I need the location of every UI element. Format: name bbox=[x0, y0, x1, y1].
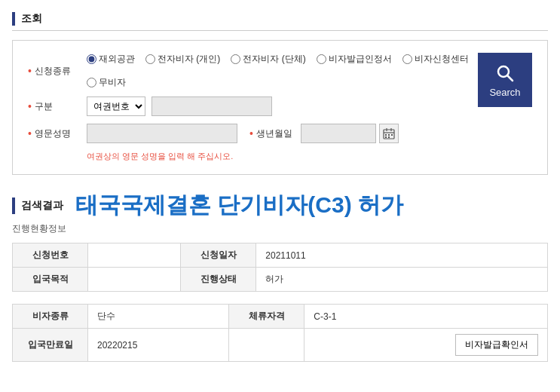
table-cell-app-num-val bbox=[88, 243, 181, 268]
svg-rect-4 bbox=[385, 134, 387, 136]
table-cell-progress-val: 허가 bbox=[256, 268, 548, 292]
table-row: 입국만료일 20220215 비자발급확인서 bbox=[13, 329, 548, 362]
hint-text: 여권상의 영문 성명을 입력 해 주십시오. bbox=[87, 151, 470, 162]
search-button-label: Search bbox=[489, 87, 520, 98]
radio-ep-input[interactable] bbox=[145, 54, 155, 64]
radio-eg-label: 전자비자 (단체) bbox=[243, 53, 305, 66]
results-section-title: 검색결과 bbox=[21, 199, 63, 213]
application-type-row: • 신청종류 재외공관 전자비자 (개인) bbox=[28, 53, 470, 89]
birthdate-input[interactable] bbox=[301, 124, 376, 143]
search-section-header: 조회 bbox=[12, 12, 548, 31]
name-label-text: 영문성명 bbox=[35, 127, 71, 140]
results-table-1: 신청번호 신청일자 20211011 입국목적 진행상태 허가 bbox=[12, 243, 548, 292]
radio-nv-label: 무비자 bbox=[99, 76, 126, 89]
required-dot-2: • bbox=[28, 101, 32, 112]
results-section: 검색결과 태국국제결혼 단기비자(C3) 허가 진행현황정보 신청번호 신청일자… bbox=[12, 190, 548, 362]
results-header: 검색결과 태국국제결혼 단기비자(C3) 허가 bbox=[12, 190, 548, 221]
radio-overseas-label: 재외공관 bbox=[99, 53, 135, 66]
table-header-entry-purpose: 입국목적 bbox=[13, 268, 88, 292]
table-cell-stay-qual-val: C-3-1 bbox=[304, 305, 548, 329]
visa-confirm-button[interactable]: 비자발급확인서 bbox=[455, 334, 538, 356]
table-header-entry-expire: 입국만료일 bbox=[13, 329, 88, 362]
birthdate-wrapper bbox=[301, 124, 399, 143]
name-input[interactable] bbox=[87, 124, 237, 143]
table-header-stay-qual: 체류자격 bbox=[229, 305, 304, 329]
results-big-title: 태국국제결혼 단기비자(C3) 허가 bbox=[75, 190, 403, 221]
radio-vc-input[interactable] bbox=[402, 54, 412, 64]
search-button[interactable]: Search bbox=[478, 53, 532, 107]
radio-nv-input[interactable] bbox=[87, 78, 96, 87]
radio-eg-input[interactable] bbox=[231, 54, 240, 64]
calendar-icon[interactable] bbox=[379, 124, 399, 143]
radio-overseas-input[interactable] bbox=[87, 54, 96, 64]
radio-vc-label: 비자신청센터 bbox=[415, 53, 469, 66]
radio-vi-input[interactable] bbox=[317, 54, 326, 64]
division-label: • 구분 bbox=[28, 100, 81, 113]
table-row: 비자종류 단수 체류자격 C-3-1 bbox=[13, 305, 548, 329]
results-table-2: 비자종류 단수 체류자격 C-3-1 입국만료일 20220215 비자발급확인… bbox=[12, 304, 548, 362]
table-row: 입국목적 진행상태 허가 bbox=[13, 268, 548, 292]
required-dot-3: • bbox=[28, 128, 32, 139]
form-rows-left: • 신청종류 재외공관 전자비자 (개인) bbox=[28, 53, 470, 162]
radio-electronic-group[interactable]: 전자비자 (단체) bbox=[231, 53, 305, 66]
radio-ep-label: 전자비자 (개인) bbox=[158, 53, 220, 66]
table-cell-visa-confirm: 비자발급확인서 bbox=[304, 329, 548, 362]
table-cell-entry-purpose-val bbox=[88, 268, 181, 292]
application-type-text: 신청종류 bbox=[35, 65, 71, 78]
required-dot-4: • bbox=[249, 128, 253, 139]
table-cell-entry-expire-val: 20220215 bbox=[88, 329, 229, 362]
svg-rect-8 bbox=[388, 136, 390, 138]
division-row: • 구분 여권번호 bbox=[28, 96, 470, 116]
table-cell-visa-type-val: 단수 bbox=[88, 305, 229, 329]
table-header-app-num: 신청번호 bbox=[13, 243, 88, 268]
svg-rect-5 bbox=[388, 134, 390, 136]
table-header-progress: 진행상태 bbox=[181, 268, 256, 292]
radio-no-visa[interactable]: 무비자 bbox=[87, 76, 126, 89]
birthdate-label: • 생년월일 bbox=[249, 127, 295, 140]
search-form: • 신청종류 재외공관 전자비자 (개인) bbox=[12, 40, 548, 175]
svg-rect-6 bbox=[391, 134, 393, 136]
table-header-app-date: 신청일자 bbox=[181, 243, 256, 268]
radio-electronic-personal[interactable]: 전자비자 (개인) bbox=[145, 53, 220, 66]
radio-overseas[interactable]: 재외공관 bbox=[87, 53, 135, 66]
results-sub-title: 진행현황정보 bbox=[12, 222, 548, 235]
application-type-label: • 신청종류 bbox=[28, 65, 81, 78]
application-type-radio-group: 재외공관 전자비자 (개인) 전자비자 (단체) 비자발급인정서 bbox=[87, 53, 470, 89]
division-select[interactable]: 여권번호 bbox=[87, 96, 145, 116]
required-dot-1: • bbox=[28, 66, 32, 76]
radio-visa-issuance[interactable]: 비자발급인정서 bbox=[317, 53, 392, 66]
results-bar bbox=[12, 198, 15, 214]
radio-visa-center[interactable]: 비자신청센터 bbox=[402, 53, 469, 66]
table-row: 신청번호 신청일자 20211011 bbox=[13, 243, 548, 268]
table-cell-empty bbox=[229, 329, 304, 362]
search-icon bbox=[494, 63, 516, 84]
table-header-visa-type: 비자종류 bbox=[13, 305, 88, 329]
search-section-title: 조회 bbox=[21, 12, 42, 26]
form-rows-area: • 신청종류 재외공관 전자비자 (개인) bbox=[28, 53, 532, 162]
search-button-wrapper: Search bbox=[478, 53, 532, 162]
table-cell-app-date-val: 20211011 bbox=[256, 243, 548, 268]
svg-rect-7 bbox=[385, 136, 387, 138]
section-bar bbox=[12, 12, 15, 26]
division-label-text: 구분 bbox=[35, 100, 53, 113]
search-section: 조회 • 신청종류 재외공관 bbox=[12, 12, 548, 175]
name-birthdate-row: • 영문성명 • 생년월일 bbox=[28, 124, 470, 143]
svg-line-10 bbox=[508, 75, 513, 81]
division-input[interactable] bbox=[151, 96, 272, 116]
birthdate-label-text: 생년월일 bbox=[256, 127, 292, 140]
name-label: • 영문성명 bbox=[28, 127, 81, 140]
radio-vi-label: 비자발급인정서 bbox=[329, 53, 392, 66]
